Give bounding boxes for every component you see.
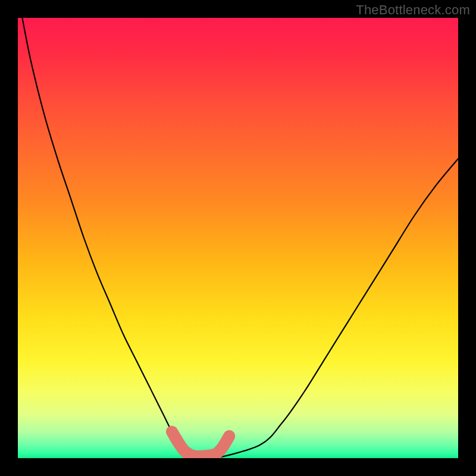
plot-area [18, 18, 458, 458]
chart-frame: TheBottleneck.com [0, 0, 476, 476]
watermark-text: TheBottleneck.com [356, 2, 470, 18]
highlight-marker [172, 432, 229, 456]
bottleneck-curve [22, 18, 458, 458]
chart-svg [18, 18, 458, 458]
